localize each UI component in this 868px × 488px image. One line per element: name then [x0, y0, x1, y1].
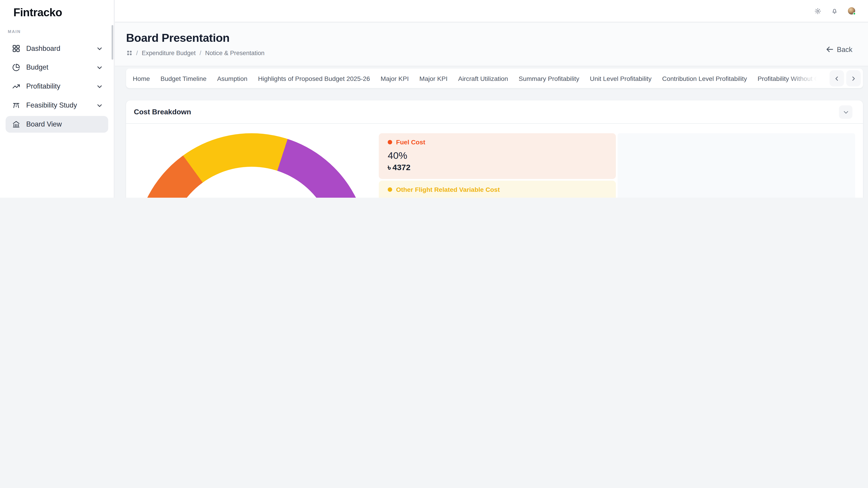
tab-highlights-proposed-budget[interactable]: Highlights of Proposed Budget 2025-26 [258, 75, 370, 82]
card-header: Cost Breakdown [126, 100, 863, 124]
chart-legend: Fuel Cost 40% ৳4372 Other Flight Related… [379, 133, 616, 198]
sidebar-section-label: MAIN [8, 29, 21, 34]
sidebar-item-label: Board View [26, 121, 103, 128]
breadcrumb: / Expenditure Budget / Notice & Presenta… [127, 49, 265, 56]
card-title: Cost Breakdown [134, 100, 191, 124]
notifications-bell-icon[interactable] [831, 8, 838, 15]
bank-icon [12, 121, 20, 128]
sidebar: Fintracko MAIN Dashboard Budget [0, 0, 114, 198]
legend-label: Fuel Cost [396, 139, 425, 145]
tab-contribution-level-profitability[interactable]: Contribution Level Profitability [662, 75, 747, 82]
breadcrumb-notice-presentation[interactable]: Notice & Presentation [205, 49, 265, 56]
chevron-right-icon [851, 75, 857, 81]
tab-major-kpi-1[interactable]: Major KPI [381, 75, 409, 82]
chevron-left-icon [834, 75, 839, 81]
tab-aircraft-utilization[interactable]: Aircraft Utilization [458, 75, 508, 82]
tab-budget-timeline[interactable]: Budget Timeline [160, 75, 207, 82]
legend-item-fuel-cost: Fuel Cost 40% ৳4372 [379, 133, 616, 179]
total-panel: Total ৳ 10,857 [618, 133, 855, 198]
settings-gear-icon[interactable] [814, 8, 821, 15]
sidebar-item-board-view[interactable]: Board View [6, 116, 108, 133]
donut-chart[interactable] [135, 133, 368, 198]
tab-bar: Home Budget Timeline Asumption Highlight… [126, 69, 863, 88]
app-root: Fintracko MAIN Dashboard Budget [0, 0, 868, 198]
legend-dot [388, 140, 392, 144]
breadcrumb-expenditure-budget[interactable]: Expenditure Budget [142, 49, 195, 56]
tab-asumption[interactable]: Asumption [217, 75, 247, 82]
breadcrumb-separator: / [199, 49, 202, 56]
page-title: Board Presentation [126, 31, 230, 44]
tab-list: Home Budget Timeline Asumption Highlight… [126, 69, 863, 88]
breadcrumb-separator: / [136, 49, 138, 56]
legend-item-other-flight-variable-cost: Other Flight Related Variable Cost 15% ৳… [379, 181, 616, 198]
main-area: Board Presentation / Expenditure Budget … [115, 0, 868, 198]
tab-home[interactable]: Home [133, 75, 150, 82]
collapse-card-button[interactable] [839, 105, 852, 119]
pie-icon [12, 64, 20, 71]
tab-profitability-without-g[interactable]: Profitability Without G [758, 75, 819, 82]
tab-scroll-right-button[interactable] [846, 70, 861, 87]
chevron-down-icon [96, 102, 103, 108]
chevron-down-icon [843, 109, 849, 115]
sidebar-item-label: Budget [26, 64, 96, 71]
legend-label: Other Flight Related Variable Cost [396, 186, 500, 193]
chevron-down-icon [96, 64, 103, 70]
sidebar-item-label: Feasibility Study [26, 101, 96, 109]
sidebar-item-label: Dashboard [26, 44, 96, 53]
chevron-down-icon [96, 45, 103, 52]
chevron-down-icon [96, 84, 103, 90]
back-button[interactable]: Back [826, 45, 852, 53]
legend-percent: 40% [388, 150, 608, 162]
trend-icon [12, 83, 20, 90]
app-logo: Fintracko [13, 6, 62, 19]
sidebar-item-budget[interactable]: Budget [6, 59, 108, 76]
road-icon [12, 101, 20, 109]
tab-major-kpi-2[interactable]: Major KPI [419, 75, 447, 82]
breadcrumb-home-icon[interactable] [127, 50, 132, 56]
user-avatar[interactable] [848, 7, 855, 14]
topbar [115, 0, 868, 22]
page-header: Board Presentation / Expenditure Budget … [115, 23, 868, 66]
currency-symbol: ৳ [388, 163, 391, 172]
tab-unit-level-profitability[interactable]: Unit Level Profitability [590, 75, 651, 82]
cost-breakdown-card: Cost Breakdown Fuel Cost 40% ৳4372 [126, 100, 863, 198]
sidebar-nav: Dashboard Budget Profitability [0, 40, 114, 135]
grid-icon [12, 44, 20, 53]
sidebar-item-feasibility-study[interactable]: Feasibility Study [6, 97, 108, 113]
legend-amount: ৳4372 [388, 163, 608, 172]
sidebar-item-label: Profitability [26, 83, 96, 90]
amount-value: 4372 [393, 163, 410, 172]
tab-scroll-left-button[interactable] [830, 70, 844, 87]
online-status-dot [853, 12, 856, 15]
back-button-label: Back [837, 45, 852, 53]
sidebar-item-dashboard[interactable]: Dashboard [6, 40, 108, 57]
arrow-left-icon [826, 46, 833, 53]
sidebar-item-profitability[interactable]: Profitability [6, 78, 108, 95]
tab-summary-profitability[interactable]: Summary Profitability [519, 75, 579, 82]
legend-percent: 15% [388, 197, 608, 198]
legend-dot [388, 187, 392, 192]
